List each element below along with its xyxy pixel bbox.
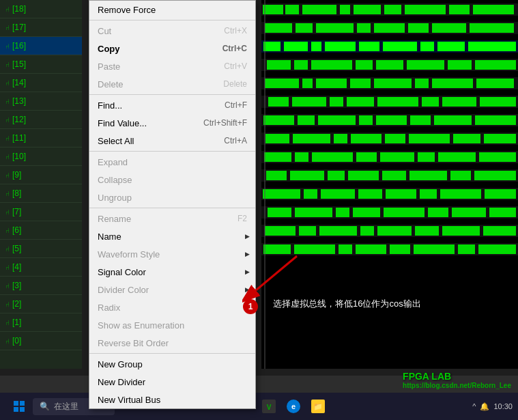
- signal-item-12[interactable]: ⑁[6]: [0, 221, 82, 240]
- svg-rect-25: [359, 42, 379, 51]
- tray-notification[interactable]: 🔔: [480, 402, 489, 411]
- menu-label: Paste: [98, 61, 120, 72]
- signal-item-15[interactable]: ⑁[3]: [0, 277, 82, 295]
- svg-rect-81: [418, 152, 435, 162]
- svg-rect-83: [479, 152, 516, 162]
- svg-rect-60: [318, 115, 356, 125]
- svg-rect-86: [290, 171, 324, 180]
- menu-label: Remove Force: [98, 5, 156, 15]
- search-icon: 🔍: [40, 402, 50, 411]
- svg-rect-14: [316, 23, 354, 33]
- signal-item-2[interactable]: ⑁[16]: [0, 37, 82, 55]
- signal-label: [7]: [12, 207, 21, 216]
- menu-item-remove-force[interactable]: Remove Force: [89, 1, 255, 18]
- svg-rect-32: [294, 60, 308, 70]
- tray-chevron[interactable]: ^: [472, 402, 476, 410]
- svg-rect-134: [14, 407, 18, 412]
- svg-rect-116: [377, 226, 412, 236]
- signal-item-6[interactable]: ⑁[12]: [0, 111, 82, 129]
- taskbar-app-vivado[interactable]: V: [258, 395, 280, 417]
- menu-item-radix: Radix: [89, 298, 255, 316]
- svg-rect-52: [347, 97, 374, 107]
- svg-rect-29: [468, 42, 516, 51]
- svg-rect-98: [386, 189, 416, 199]
- menu-item-divider-color: Divider Color: [89, 281, 255, 298]
- menu-item-name[interactable]: Name: [89, 227, 255, 245]
- menu-shortcut: Ctrl+X: [224, 26, 247, 36]
- menu-item-find[interactable]: Find...Ctrl+F: [89, 96, 255, 114]
- svg-rect-114: [319, 226, 357, 236]
- menu-item-new-group[interactable]: New Group: [89, 355, 255, 373]
- menu-item-new-divider[interactable]: New Divider: [89, 373, 255, 391]
- signal-item-11[interactable]: ⑁[7]: [0, 203, 82, 221]
- signal-label: [18]: [12, 4, 26, 14]
- signal-item-7[interactable]: ⑁[11]: [0, 129, 82, 148]
- menu-item-new-virtual-bus[interactable]: New Virtual Bus: [89, 391, 255, 408]
- signal-item-14[interactable]: ⑁[4]: [0, 258, 82, 277]
- signal-label: [8]: [12, 188, 21, 198]
- taskbar-app-edge[interactable]: e: [283, 395, 304, 417]
- svg-rect-124: [356, 244, 386, 254]
- signal-item-17[interactable]: ⑁[1]: [0, 313, 82, 332]
- signal-icon: ⑁: [5, 42, 10, 50]
- signal-label: [1]: [12, 318, 21, 327]
- signal-label: [0]: [12, 336, 21, 346]
- menu-shortcut: Ctrl+Shift+F: [203, 118, 247, 128]
- signal-item-18[interactable]: ⑁[0]: [0, 332, 82, 350]
- signal-icon: ⑁: [5, 300, 10, 308]
- search-placeholder: 在这里: [54, 401, 78, 412]
- svg-rect-53: [377, 97, 418, 107]
- signal-item-9[interactable]: ⑁[9]: [0, 166, 82, 184]
- menu-label: Copy: [98, 44, 120, 54]
- signal-item-13[interactable]: ⑁[5]: [0, 240, 82, 258]
- signal-item-16[interactable]: ⑁[2]: [0, 295, 82, 313]
- watermark-url: https://blog.csdn.net/Reborn_Lee: [403, 382, 511, 389]
- signal-item-1[interactable]: ⑁[17]: [0, 18, 82, 37]
- svg-rect-89: [382, 171, 406, 180]
- signal-item-0[interactable]: ⑁[18]: [0, 0, 82, 18]
- svg-rect-119: [483, 226, 516, 236]
- menu-label: Expand: [98, 157, 128, 167]
- svg-rect-108: [428, 208, 448, 217]
- start-button[interactable]: [5, 395, 33, 417]
- menu-item-select-all[interactable]: Select AllCtrl+A: [89, 132, 255, 150]
- svg-rect-113: [299, 226, 316, 236]
- menu-label: Show as Enumeration: [98, 320, 184, 331]
- svg-rect-99: [420, 189, 437, 199]
- menu-label: Reverse Bit Order: [98, 338, 169, 348]
- signal-label: [14]: [12, 78, 26, 87]
- signal-icon: ⑁: [5, 282, 10, 290]
- svg-rect-73: [453, 134, 480, 143]
- signal-item-4[interactable]: ⑁[14]: [0, 74, 82, 92]
- menu-item-reverse-bit-order: Reverse Bit Order: [89, 334, 255, 352]
- signal-label: [11]: [12, 133, 26, 143]
- menu-separator-separator1: [89, 20, 255, 20]
- menu-item-copy[interactable]: CopyCtrl+C: [89, 40, 255, 57]
- svg-rect-82: [438, 152, 476, 162]
- menu-label: New Virtual Bus: [98, 395, 160, 405]
- signal-icon: ⑁: [5, 319, 10, 326]
- signal-item-8[interactable]: ⑁[10]: [0, 148, 82, 166]
- taskbar-app-explorer[interactable]: 📁: [307, 395, 329, 417]
- signal-icon: ⑁: [5, 135, 10, 142]
- menu-shortcut: Delete: [223, 79, 247, 89]
- menu-label: Name: [98, 232, 121, 242]
- menu-item-expand: Expand: [89, 153, 255, 171]
- svg-rect-71: [385, 134, 405, 143]
- watermark: FPGA LAB https://blog.csdn.net/Reborn_Le…: [403, 371, 511, 389]
- svg-rect-4: [302, 5, 336, 14]
- menu-label: Ungroup: [98, 193, 132, 203]
- menu-item-paste: PasteCtrl+V: [89, 57, 255, 75]
- svg-rect-103: [268, 208, 291, 217]
- svg-rect-135: [20, 407, 25, 412]
- taskbar[interactable]: 🔍 在这里 V e 📁 ^ 🔔 10:30: [0, 393, 518, 420]
- menu-item-signal-color[interactable]: Signal Color: [89, 263, 255, 281]
- signal-label: [15]: [12, 59, 26, 69]
- signal-label: [12]: [12, 115, 26, 124]
- signal-item-5[interactable]: ⑁[13]: [0, 92, 82, 111]
- signal-item-3[interactable]: ⑁[15]: [0, 55, 82, 74]
- svg-rect-42: [316, 79, 347, 88]
- signal-item-10[interactable]: ⑁[8]: [0, 184, 82, 203]
- menu-item-collapse: Collapse: [89, 171, 255, 188]
- menu-item-find-value[interactable]: Find Value...Ctrl+Shift+F: [89, 114, 255, 132]
